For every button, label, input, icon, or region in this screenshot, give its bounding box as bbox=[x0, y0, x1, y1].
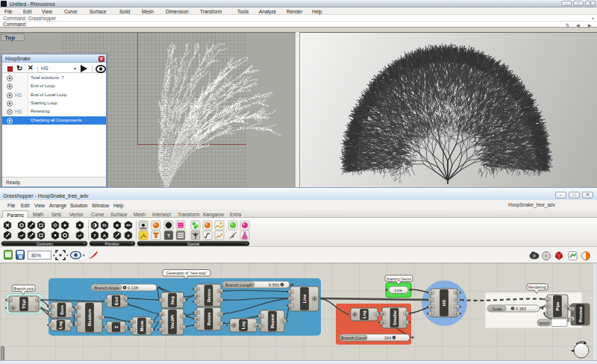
svg-text:N: N bbox=[37, 306, 39, 310]
svg-text:T: T bbox=[132, 328, 134, 332]
svg-text:X: X bbox=[150, 328, 152, 332]
svg-text:Z: Z bbox=[114, 325, 119, 328]
svg-text:Primitive: Primitive bbox=[104, 242, 119, 246]
svg-text:X: X bbox=[219, 321, 222, 325]
svg-text:C: C bbox=[430, 298, 432, 301]
svg-text:C: C bbox=[546, 298, 548, 301]
svg-text:R: R bbox=[455, 291, 457, 295]
svg-text:N: N bbox=[260, 324, 262, 327]
svg-text:S: S bbox=[405, 312, 407, 316]
svg-text:G: G bbox=[219, 289, 221, 293]
svg-text:A: A bbox=[103, 233, 107, 238]
svg-text:A: A bbox=[161, 313, 163, 316]
svg-text:TSpl: TSpl bbox=[22, 299, 26, 309]
svg-text:End: End bbox=[114, 297, 119, 305]
svg-text:F: F bbox=[37, 298, 40, 302]
svg-text:Lng: Lng bbox=[241, 321, 246, 329]
svg-text:B: B bbox=[161, 320, 163, 324]
svg-text:S: S bbox=[571, 317, 573, 321]
svg-text:G: G bbox=[131, 320, 134, 324]
svg-text:P: P bbox=[196, 324, 199, 327]
svg-text:I: I bbox=[124, 302, 125, 306]
svg-text:Vec2Pt: Vec2Pt bbox=[170, 315, 175, 329]
svg-text:Line: Line bbox=[302, 295, 307, 304]
svg-text:Branch Length: Branch Length bbox=[225, 283, 252, 287]
svg-text:T: T bbox=[431, 312, 433, 316]
svg-text:Repeat: Repeat bbox=[270, 314, 275, 328]
svg-text:0.138: 0.138 bbox=[128, 286, 138, 290]
svg-text:F: F bbox=[107, 325, 109, 329]
svg-text:Branch Angle: Branch Angle bbox=[95, 286, 119, 290]
svg-text:S: S bbox=[77, 321, 79, 325]
svg-text:Rotate: Rotate bbox=[207, 289, 211, 302]
svg-text:G: G bbox=[196, 310, 198, 314]
svg-text:P: P bbox=[196, 300, 199, 304]
svg-text:Dom: Dom bbox=[60, 305, 64, 315]
svg-text:Rotate: Rotate bbox=[207, 313, 211, 326]
svg-text:G: G bbox=[149, 320, 151, 324]
svg-text:X: X bbox=[161, 298, 163, 302]
svg-text:U: U bbox=[160, 328, 163, 332]
svg-text:Generation of "next step": Generation of "next step" bbox=[166, 272, 207, 275]
svg-text:Neg: Neg bbox=[170, 296, 175, 304]
svg-text:Preview: Preview bbox=[578, 307, 583, 322]
svg-text:B: B bbox=[51, 312, 53, 316]
svg-text:+: + bbox=[84, 242, 86, 245]
svg-text:N: N bbox=[76, 314, 78, 318]
svg-text:G: G bbox=[570, 307, 572, 311]
svg-text:Pipe: Pipe bbox=[555, 301, 560, 310]
svg-text:V: V bbox=[124, 325, 126, 329]
svg-text:164: 164 bbox=[384, 336, 391, 340]
svg-text:#: # bbox=[127, 233, 129, 238]
svg-text:R: R bbox=[100, 316, 102, 319]
svg-text:Scale: Scale bbox=[492, 307, 502, 311]
svg-text:S: S bbox=[290, 290, 293, 294]
svg-text:G: G bbox=[219, 313, 221, 316]
svg-text:Switch: Switch bbox=[539, 321, 549, 325]
svg-text:B: B bbox=[431, 305, 433, 309]
svg-text:A: A bbox=[196, 317, 199, 321]
svg-text:D: D bbox=[282, 319, 284, 323]
svg-text:T: T bbox=[405, 321, 407, 324]
svg-text:A: A bbox=[51, 304, 53, 308]
svg-text:Move: Move bbox=[140, 321, 144, 332]
svg-text:Smaller: Smaller bbox=[393, 310, 397, 325]
svg-text:+: + bbox=[131, 242, 134, 245]
svg-text:A: A bbox=[196, 294, 199, 298]
svg-text:+: + bbox=[246, 242, 248, 245]
svg-text:0.383: 0.383 bbox=[516, 307, 526, 311]
svg-text:Branch Count: Branch Count bbox=[341, 336, 367, 340]
svg-text:D: D bbox=[260, 315, 262, 318]
svg-text:G: G bbox=[196, 287, 198, 291]
svg-text:T: T bbox=[167, 233, 170, 238]
svg-text:R: R bbox=[76, 306, 78, 310]
svg-text:Lng: Lng bbox=[362, 310, 366, 318]
svg-text:01: 01 bbox=[102, 223, 107, 228]
svg-text:V: V bbox=[182, 315, 184, 318]
svg-text:Starting Geom: Starting Geom bbox=[387, 277, 411, 281]
svg-text:S: S bbox=[124, 296, 126, 300]
svg-text:X: X bbox=[219, 298, 222, 302]
svg-text:R: R bbox=[546, 304, 548, 308]
svg-text:H: H bbox=[455, 298, 457, 301]
svg-text:E: E bbox=[456, 312, 458, 316]
svg-text:Geometry: Geometry bbox=[37, 242, 53, 246]
svg-text:8.550: 8.550 bbox=[269, 283, 279, 287]
svg-text:Line: Line bbox=[395, 288, 402, 292]
svg-text:S: S bbox=[431, 291, 433, 295]
svg-text:Lng: Lng bbox=[59, 321, 63, 329]
svg-text:HS: HS bbox=[442, 300, 446, 306]
svg-text:I: I bbox=[71, 308, 72, 312]
svg-text:Special: Special bbox=[187, 242, 199, 246]
svg-text:S: S bbox=[566, 304, 569, 308]
svg-text:Rendering: Rendering bbox=[528, 285, 546, 289]
svg-text:B: B bbox=[382, 321, 384, 324]
svg-text:Y: Y bbox=[182, 298, 184, 302]
svg-text:D: D bbox=[8, 298, 10, 302]
svg-text:E: E bbox=[547, 311, 549, 315]
svg-text:Random: Random bbox=[87, 309, 92, 326]
svg-text:D: D bbox=[290, 297, 292, 301]
svg-text:A: A bbox=[382, 312, 384, 316]
svg-text:C: C bbox=[106, 299, 108, 303]
svg-text:Branch pick: Branch pick bbox=[13, 286, 34, 291]
